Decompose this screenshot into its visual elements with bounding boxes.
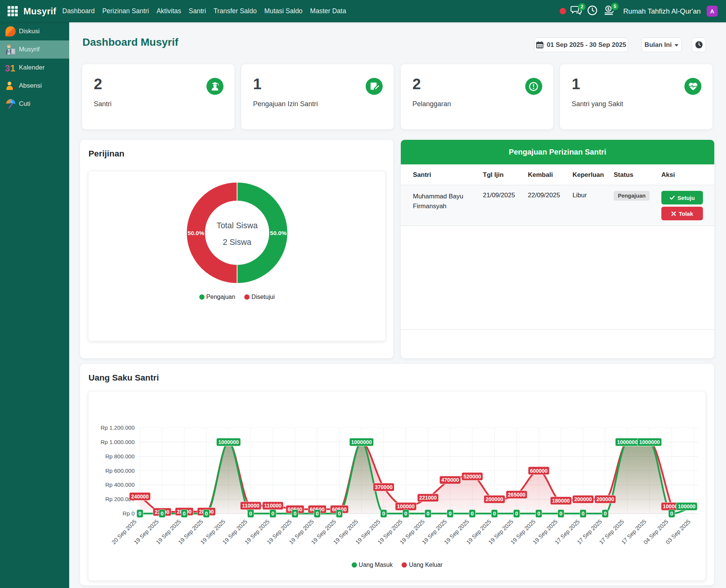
legend-dot	[244, 294, 250, 300]
data-label: 0	[513, 510, 520, 518]
data-label: 0	[602, 510, 608, 518]
data-label: 0	[403, 510, 409, 518]
top-nav-item-master-data[interactable]: Master Data	[310, 7, 346, 15]
data-label-text: 0	[449, 511, 452, 517]
data-label: 0	[425, 510, 431, 518]
history-clock-icon	[587, 5, 597, 15]
data-label: 0	[447, 510, 453, 518]
legend-item-uang-keluar[interactable]: Uang Keluar	[402, 562, 442, 568]
student-icon	[206, 78, 223, 95]
sidebar-item-kalender[interactable]: 31Kalender	[0, 59, 69, 77]
top-nav-item-santri[interactable]: Santri	[189, 7, 206, 15]
chat-button[interactable]: 2	[571, 6, 582, 17]
app-grid-icon[interactable]	[8, 6, 18, 16]
main-content: Dashboard Musyrif 01 Sep 2025 - 30 Sep 2…	[0, 0, 726, 588]
data-label-text: 520000	[464, 473, 481, 480]
stat-label: Santri	[94, 100, 112, 108]
data-label-text: 0	[293, 511, 296, 517]
top-nav-item-transfer-saldo[interactable]: Transfer Saldo	[214, 7, 257, 15]
data-label-text: 200000	[486, 496, 503, 502]
data-label-text: 0	[471, 511, 474, 517]
data-label-text: 370000	[375, 484, 392, 490]
stat-card-pengajuan-izin-santri: 1Pengajuan Izin Santri	[241, 64, 394, 129]
exclamation-icon	[525, 78, 542, 95]
donut-center-text-2: 2 Siswa	[223, 238, 251, 247]
person-building-icon	[5, 44, 16, 55]
chevron-down-icon	[675, 44, 678, 46]
legend-dot	[352, 562, 357, 568]
table-header-row: SantriTgl IjinKembaliKeperluanStatusAksi	[401, 164, 714, 185]
history-button[interactable]	[587, 5, 597, 17]
cell-tgl-ijin: 21/09/2025	[483, 192, 515, 199]
top-nav-item-perizinan-santri[interactable]: Perizinan Santri	[102, 7, 149, 15]
stat-value: 2	[94, 76, 102, 93]
donut-chart[interactable]: 50.0%50.0%Total Siswa2 Siswa	[88, 171, 386, 342]
legend-label: Uang Keluar	[409, 562, 442, 568]
legend-item-uang-masuk[interactable]: Uang Masuk	[352, 562, 393, 568]
data-label: 180000	[550, 497, 571, 504]
data-label-text: 200000	[596, 496, 614, 502]
data-label: 100000	[395, 503, 416, 511]
status-badge: Pengajuan	[614, 191, 650, 201]
data-label-text: 0	[670, 511, 673, 517]
donut-slice-label: 50.0%	[270, 230, 287, 236]
sidebar-item-label: Kalender	[19, 64, 45, 71]
data-label: 0	[248, 510, 254, 518]
chat-badge: 2	[578, 3, 586, 11]
top-nav-item-dashboard[interactable]: Dashboard	[62, 7, 95, 15]
data-label: 0	[380, 510, 387, 518]
sidebar-item-diskusi[interactable]: Diskusi	[0, 22, 69, 40]
umbrella-icon	[5, 98, 16, 110]
calendar-31-icon: 31	[5, 62, 16, 73]
avatar[interactable]: A	[707, 6, 718, 17]
data-label: 0	[469, 510, 476, 518]
reject-button[interactable]: Tolak	[661, 207, 703, 220]
data-label: 0	[137, 510, 143, 518]
sidebar-item-label: Cuti	[19, 100, 30, 108]
donut-slice-label: 50.0%	[188, 230, 204, 236]
data-label: 1000000	[217, 438, 241, 446]
sidebar-item-musyrif[interactable]: Musyrif	[0, 40, 69, 59]
data-label: 0	[558, 510, 564, 518]
column-header-aksi: Aksi	[661, 171, 675, 179]
data-label: 1000000	[615, 438, 639, 446]
top-nav-item-mutasi-saldo[interactable]: Mutasi Saldo	[264, 7, 302, 15]
approve-button[interactable]: Setuju	[661, 191, 703, 204]
permits-card-header: Pengajuan Perizinan Santri	[401, 140, 714, 164]
topbar: Musyrif DashboardPerizinan SantriAktivit…	[0, 0, 726, 22]
permits-card: Pengajuan Perizinan Santri SantriTgl Iji…	[401, 140, 714, 358]
data-label-text: 0	[382, 511, 385, 517]
sidebar-item-cuti[interactable]: Cuti	[0, 95, 69, 113]
org-name[interactable]: Rumah Tahfizh Al-Qur'an	[623, 7, 701, 15]
column-header-status: Status	[614, 171, 633, 179]
date-range-button[interactable]: 01 Sep 2025 - 30 Sep 2025	[534, 37, 628, 52]
legend-label: Disetujui	[251, 294, 275, 300]
history-toggle-button[interactable]	[692, 37, 706, 52]
line-chart[interactable]: Rp 0Rp 200.000Rp 400.000Rp 600.000Rp 800…	[88, 391, 706, 581]
data-label: 0	[292, 510, 298, 518]
data-label-text: 1000000	[218, 439, 239, 445]
deposit-button[interactable]: $ 5	[603, 5, 615, 17]
data-label-text: 0	[582, 511, 585, 517]
top-nav-item-aktivitas[interactable]: Aktivitas	[157, 7, 181, 15]
period-label: Bulan Ini	[645, 41, 672, 49]
period-dropdown[interactable]: Bulan Ini	[641, 37, 682, 52]
data-label: 1000000	[638, 438, 662, 446]
brand-title[interactable]: Musyrif	[23, 6, 56, 17]
stat-card-santri-yang-sakit: 1Santri yang Sakit	[560, 64, 712, 129]
data-label-text: 0	[515, 511, 518, 517]
column-header-santri: Santri	[413, 171, 431, 179]
data-label: 110000	[262, 502, 283, 510]
data-label: 0	[491, 510, 498, 518]
legend-label: Uang Masuk	[359, 562, 393, 568]
sidebar-item-absensi[interactable]: Absensi	[0, 77, 69, 95]
legend-item-pengajuan[interactable]: Pengajuan	[199, 294, 236, 300]
y-tick-label: Rp 400.000	[105, 481, 135, 488]
data-label-text: 0	[205, 511, 208, 517]
data-label-text: 200000	[574, 496, 592, 502]
legend-item-disetujui[interactable]: Disetujui	[244, 294, 275, 300]
data-label: 200000	[595, 495, 616, 503]
data-label-text: 0	[249, 511, 252, 517]
line-chart-card: Rp 0Rp 200.000Rp 400.000Rp 600.000Rp 800…	[88, 391, 706, 581]
data-label: 0	[336, 510, 343, 518]
